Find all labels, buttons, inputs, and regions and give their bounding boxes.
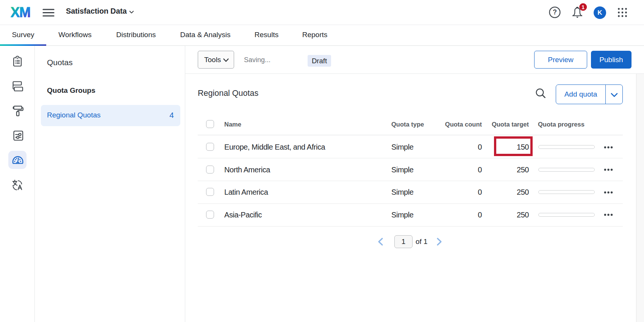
svg-text:1: 1 [581,4,585,10]
svg-text:?: ? [553,8,557,16]
svg-text:XM: XM [11,5,30,20]
